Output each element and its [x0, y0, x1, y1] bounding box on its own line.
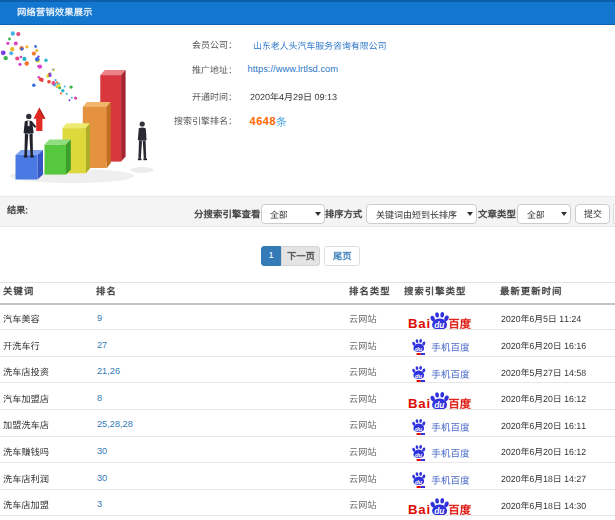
svg-text:du: du — [414, 372, 422, 378]
svg-text:du: du — [414, 452, 422, 458]
svg-text:du: du — [414, 346, 422, 352]
svg-text:du: du — [414, 425, 422, 431]
svg-text:du: du — [414, 479, 422, 485]
